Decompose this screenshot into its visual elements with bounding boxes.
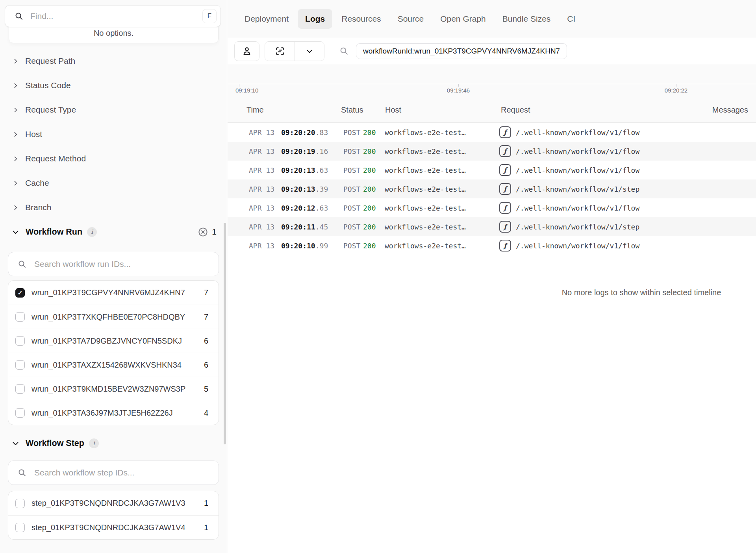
filter-section[interactable]: Cache — [0, 171, 227, 195]
workflow-step-count: 1 — [204, 523, 208, 532]
tab[interactable]: Bundle Sizes — [495, 9, 558, 29]
function-icon — [499, 240, 511, 252]
workflow-step-option[interactable]: step_01KP3T9CNQDNRDCJKA3G7AW1V3 1 — [8, 491, 219, 515]
chevron-right-icon — [12, 107, 19, 113]
clear-filter-icon[interactable] — [198, 227, 208, 237]
workflow-run-id: wrun_01KP3TA7D9GBZJVNCY0FN5SDKJ — [32, 337, 197, 346]
search-filter-chip[interactable]: workflowRunId:wrun_01KP3T9CGPVY4NNRV6MJZ… — [356, 43, 567, 59]
log-status: 200 — [363, 223, 385, 231]
sidebar-scrollbar[interactable] — [224, 223, 226, 444]
log-method: POST — [343, 223, 363, 231]
log-row[interactable]: APR 13 09:20:12.63 POST 200 workflows-e2… — [228, 198, 756, 217]
checkbox[interactable] — [15, 384, 25, 394]
workflow-run-option[interactable]: wrun_01KP3T9CGPVY4NNRV6MJZ4KHN7 7 — [8, 281, 219, 305]
log-table-rows: APR 13 09:20:20.83 POST 200 workflows-e2… — [228, 123, 756, 255]
workflow-run-id: wrun_01KP3TAXZX154268WXKVSHKN34 — [32, 361, 197, 370]
workflow-step-option[interactable]: step_01KP3T9CNQDNRDCJKA3G7AW1V4 1 — [8, 515, 219, 539]
workflow-run-header[interactable]: Workflow Run 1 — [0, 223, 227, 240]
workflow-run-option[interactable]: wrun_01KP3T9KMD15BEV2W3ZN97WS3P 5 — [8, 377, 219, 401]
filters-sidebar: No options. F Request Path — [0, 0, 227, 553]
no-options-text: No options. — [94, 29, 133, 38]
tab[interactable]: Resources — [334, 9, 388, 29]
tab[interactable]: Source — [390, 9, 432, 29]
workflow-run-option[interactable]: wrun_01KP3T7XKQFHBE0E70PC8HDQBY 7 — [8, 305, 219, 329]
workflow-step-list: step_01KP3T9CNQDNRDCJKA3G7AW1V3 1 step_0… — [8, 491, 219, 540]
chevron-right-icon — [12, 82, 19, 89]
log-row[interactable]: APR 13 09:20:13.39 POST 200 workflows-e2… — [228, 179, 756, 198]
filter-section[interactable]: Host — [0, 122, 227, 146]
workflow-run-option[interactable]: wrun_01KP3TA7D9GBZJVNCY0FN5SDKJ 6 — [8, 329, 219, 353]
filter-section[interactable]: Request Path — [0, 49, 227, 73]
checkbox[interactable] — [15, 499, 25, 508]
log-request-path: /.well-known/workflow/v1/flow — [516, 166, 639, 174]
log-date: APR 13 — [249, 242, 281, 250]
workflow-step-id: step_01KP3T9CNQDNRDCJKA3G7AW1V3 — [32, 499, 197, 508]
column-header-status: Status — [341, 105, 363, 115]
checkbox[interactable] — [15, 408, 25, 418]
log-time: 09:20:13.63 — [281, 166, 343, 174]
workflow-run-search-input[interactable] — [34, 259, 212, 269]
checkbox[interactable] — [15, 360, 25, 370]
log-row[interactable]: APR 13 09:20:13.63 POST 200 workflows-e2… — [228, 161, 756, 179]
timeline-label: 09:19:10 — [235, 87, 258, 94]
info-icon — [89, 438, 99, 448]
log-status: 200 — [363, 204, 385, 212]
tab[interactable]: CI — [560, 9, 583, 29]
checkbox[interactable] — [15, 288, 25, 298]
scan-text-button[interactable] — [265, 42, 295, 61]
find-input[interactable] — [30, 11, 196, 21]
user-filter-button[interactable] — [234, 41, 259, 61]
workflow-run-count: 4 — [204, 409, 208, 418]
log-date: APR 13 — [249, 166, 281, 174]
log-time: 09:20:19.16 — [281, 147, 343, 155]
tab[interactable]: Logs — [298, 9, 332, 29]
filter-section[interactable]: Request Type — [0, 98, 227, 122]
log-request-path: /.well-known/workflow/v1/flow — [516, 204, 639, 212]
log-row[interactable]: APR 13 09:20:19.16 POST 200 workflows-e2… — [228, 142, 756, 161]
workflow-run-count: 6 — [204, 361, 208, 370]
log-row[interactable]: APR 13 09:20:20.83 POST 200 workflows-e2… — [228, 123, 756, 142]
filter-section-label: Branch — [25, 203, 52, 212]
log-format-button-group — [265, 41, 324, 61]
no-more-logs-message: No more logs to show within selected tim… — [228, 288, 756, 297]
workflow-run-option[interactable]: wrun_01KP3TA36J97M3JTJE5H62Z26J 4 — [8, 401, 219, 425]
format-dropdown-button[interactable] — [295, 42, 324, 61]
workflow-step-search-input[interactable] — [34, 468, 212, 477]
log-time: 09:20:10.99 — [281, 242, 343, 250]
checkbox[interactable] — [15, 336, 25, 346]
tab-label: Deployment — [245, 14, 289, 23]
column-header-request: Request — [501, 105, 530, 115]
function-icon — [499, 221, 511, 233]
selected-filter-count: 1 — [212, 227, 217, 237]
log-status: 200 — [363, 128, 385, 137]
tab[interactable]: Deployment — [237, 9, 296, 29]
log-date: APR 13 — [249, 185, 281, 193]
search-icon — [17, 259, 27, 269]
workflow-run-option[interactable]: wrun_01KP3TAXZX154268WXKVSHKN34 6 — [8, 353, 219, 377]
workflow-step-header[interactable]: Workflow Step — [0, 435, 227, 452]
workflow-run-search[interactable] — [8, 252, 219, 276]
log-search-bar[interactable]: workflowRunId:wrun_01KP3T9CGPVY4NNRV6MJZ… — [339, 43, 756, 59]
log-timeline[interactable]: 09:19:10 09:19:46 09:20:22 — [228, 64, 756, 97]
log-host: workflows-e2e-test… — [385, 147, 499, 155]
workflow-step-search[interactable] — [8, 461, 219, 485]
log-status: 200 — [363, 185, 385, 193]
checkbox[interactable] — [15, 312, 25, 322]
tab[interactable]: Open Graph — [433, 9, 493, 29]
filter-section[interactable]: Status Code — [0, 73, 227, 98]
workflow-run-count: 7 — [204, 313, 208, 322]
filter-section[interactable]: Request Method — [0, 146, 227, 171]
filter-section-label: Request Path — [25, 56, 75, 66]
checkbox[interactable] — [15, 523, 25, 532]
find-box[interactable]: F — [5, 5, 221, 27]
log-time: 09:20:11.45 — [281, 223, 343, 231]
log-host: workflows-e2e-test… — [385, 204, 499, 212]
log-row[interactable]: APR 13 09:20:10.99 POST 200 workflows-e2… — [228, 236, 756, 255]
workflow-run-id: wrun_01KP3TA36J97M3JTJE5H62Z26J — [32, 409, 197, 418]
filter-section[interactable]: Branch — [0, 195, 227, 220]
chevron-down-icon — [305, 47, 314, 55]
log-row[interactable]: APR 13 09:20:11.45 POST 200 workflows-e2… — [228, 217, 756, 236]
filter-section-label: Request Method — [25, 154, 86, 163]
log-host: workflows-e2e-test… — [385, 223, 499, 231]
chevron-right-icon — [12, 180, 19, 187]
